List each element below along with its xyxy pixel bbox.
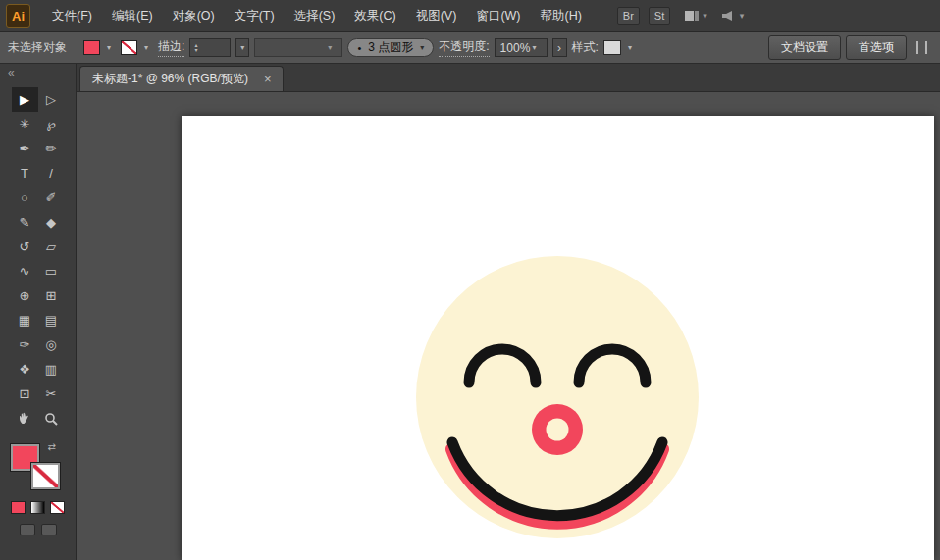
screen-mode-button[interactable] xyxy=(41,524,57,535)
tool-line-segment[interactable]: / xyxy=(38,161,65,185)
opacity-value[interactable]: 100% xyxy=(500,41,531,55)
menu-bar: Ai 文件(F) 编辑(E) 对象(O) 文字(T) 选择(S) 效果(C) 视… xyxy=(0,0,940,32)
document-tab-title: 未标题-1* @ 96% (RGB/预览) xyxy=(92,71,248,87)
tool-direct-selection[interactable]: ▷ xyxy=(38,87,65,112)
paintbrush-icon: ✐ xyxy=(46,190,57,205)
chevron-down-icon[interactable]: ▾ xyxy=(144,43,148,52)
recolor-artwork-button[interactable]: › xyxy=(552,38,567,57)
brush-definition-dropdown[interactable]: • 3 点圆形 ▾ xyxy=(347,38,434,57)
tool-hand[interactable] xyxy=(12,406,38,431)
tool-pen[interactable]: ✒ xyxy=(12,136,38,161)
tool-eraser[interactable]: ◆ xyxy=(38,210,65,234)
eraser-icon: ◆ xyxy=(46,215,56,229)
chevron-down-icon[interactable]: ▾ xyxy=(628,43,632,52)
document-tab-bar: 未标题-1* @ 96% (RGB/预览) × xyxy=(77,64,940,92)
preferences-button[interactable]: 首选项 xyxy=(846,35,907,60)
shape-builder-icon: ⊕ xyxy=(20,288,30,303)
tool-pencil[interactable]: ✎ xyxy=(12,210,38,234)
tool-paintbrush[interactable]: ✐ xyxy=(38,185,65,210)
tool-lasso[interactable]: ℘ xyxy=(38,112,65,136)
tool-symbol-sprayer[interactable]: ❖ xyxy=(12,357,38,382)
menu-effect[interactable]: 效果(C) xyxy=(344,0,405,31)
stroke-weight-stepper[interactable]: ▴ ▾ xyxy=(189,38,231,57)
chevron-down-icon: ▾ xyxy=(328,43,332,52)
color-button[interactable] xyxy=(11,501,26,514)
menu-type[interactable]: 文字(T) xyxy=(225,0,285,31)
tool-scale[interactable]: ▱ xyxy=(38,234,65,259)
workspace-switcher[interactable]: ▾ xyxy=(684,10,707,22)
selection-status: 未选择对象 xyxy=(8,39,67,56)
tools-panel-collapse[interactable]: « xyxy=(0,64,76,87)
menu-help[interactable]: 帮助(H) xyxy=(531,0,592,31)
scale-icon: ▱ xyxy=(46,239,56,254)
panel-dock-icon[interactable] xyxy=(916,41,927,54)
stroke-weight-dropdown[interactable]: ▾ xyxy=(235,38,249,57)
document-setup-button[interactable]: 文档设置 xyxy=(768,35,841,60)
hand-icon xyxy=(18,411,32,426)
canvas[interactable] xyxy=(77,92,940,560)
workspace-icon xyxy=(684,10,700,22)
nose-inner[interactable] xyxy=(547,419,569,441)
tool-zoom[interactable] xyxy=(38,406,65,431)
opacity-label[interactable]: 不透明度: xyxy=(439,38,489,57)
variable-width-profile-dropdown[interactable]: ▾ xyxy=(254,38,342,57)
draw-mode-button[interactable] xyxy=(20,524,35,535)
stroke-weight-label[interactable]: 描边: xyxy=(158,38,184,57)
tool-ellipse[interactable]: ○ xyxy=(12,185,38,210)
menu-window[interactable]: 窗口(W) xyxy=(466,0,530,31)
swap-fill-stroke-icon[interactable]: ⇄ xyxy=(48,442,56,452)
tool-artboard[interactable]: ⊡ xyxy=(12,382,38,406)
type-icon: T xyxy=(21,166,28,180)
bridge-button[interactable]: Br xyxy=(617,7,640,25)
artboard-tool-icon: ⊡ xyxy=(20,386,30,401)
menu-file[interactable]: 文件(F) xyxy=(42,0,102,31)
chevron-down-icon[interactable]: ▾ xyxy=(107,43,111,52)
stock-button[interactable]: St xyxy=(649,7,670,25)
graphic-style-swatch[interactable] xyxy=(603,40,621,55)
gradient-button[interactable] xyxy=(30,501,45,514)
menu-view[interactable]: 视图(V) xyxy=(406,0,467,31)
rotate-icon: ↺ xyxy=(20,239,30,254)
stroke-color-swatch[interactable] xyxy=(121,40,137,55)
zoom-icon xyxy=(44,412,58,426)
document-area: 未标题-1* @ 96% (RGB/预览) × xyxy=(77,64,940,560)
tool-width[interactable]: ∿ xyxy=(12,259,38,283)
none-button[interactable] xyxy=(50,501,65,514)
style-label: 样式: xyxy=(572,39,599,56)
mesh-icon: ▦ xyxy=(19,313,30,328)
stroke-swatch[interactable] xyxy=(31,463,60,489)
tool-column-graph[interactable]: ▥ xyxy=(38,357,65,382)
chevron-down-icon[interactable]: ▾ xyxy=(533,43,537,52)
document-tab[interactable]: 未标题-1* @ 96% (RGB/预览) × xyxy=(79,66,284,91)
tool-type[interactable]: T xyxy=(12,161,38,185)
chevron-down-icon: ▾ xyxy=(420,43,424,52)
tool-blend[interactable]: ◎ xyxy=(38,332,65,357)
spinner-icons[interactable]: ▴ ▾ xyxy=(194,43,197,53)
tool-rotate[interactable]: ↺ xyxy=(12,234,38,259)
line-segment-icon: / xyxy=(49,166,53,180)
illustrator-logo: Ai xyxy=(6,4,30,28)
tool-slice[interactable]: ✂ xyxy=(38,382,65,406)
opacity-field[interactable]: 100% ▾ xyxy=(495,38,548,57)
tool-selection[interactable]: ▶ xyxy=(12,87,38,112)
tool-free-transform[interactable]: ▭ xyxy=(38,259,65,283)
artboard[interactable] xyxy=(182,116,934,560)
fill-color-swatch[interactable] xyxy=(83,40,100,55)
tool-eyedropper[interactable]: ✑ xyxy=(12,332,38,357)
cs-live-control[interactable]: ▾ xyxy=(721,10,745,22)
menu-select[interactable]: 选择(S) xyxy=(285,0,345,31)
paint-mode-row xyxy=(11,501,65,514)
close-icon[interactable]: × xyxy=(264,72,272,86)
tool-gradient[interactable]: ▤ xyxy=(38,308,65,332)
tool-magic-wand[interactable]: ✳ xyxy=(12,112,38,136)
smiley-artwork[interactable] xyxy=(182,116,934,560)
tool-shape-builder[interactable]: ⊕ xyxy=(12,283,38,308)
tool-mesh[interactable]: ▦ xyxy=(12,308,38,332)
face-circle[interactable] xyxy=(416,256,699,538)
tool-perspective-grid[interactable]: ⊞ xyxy=(38,283,65,308)
free-transform-icon: ▭ xyxy=(45,264,57,279)
menu-edit[interactable]: 编辑(E) xyxy=(102,0,163,31)
tool-add-anchor-point[interactable]: ✏ xyxy=(38,136,65,161)
menu-object[interactable]: 对象(O) xyxy=(163,0,225,31)
spin-down-icon[interactable]: ▾ xyxy=(194,48,197,53)
